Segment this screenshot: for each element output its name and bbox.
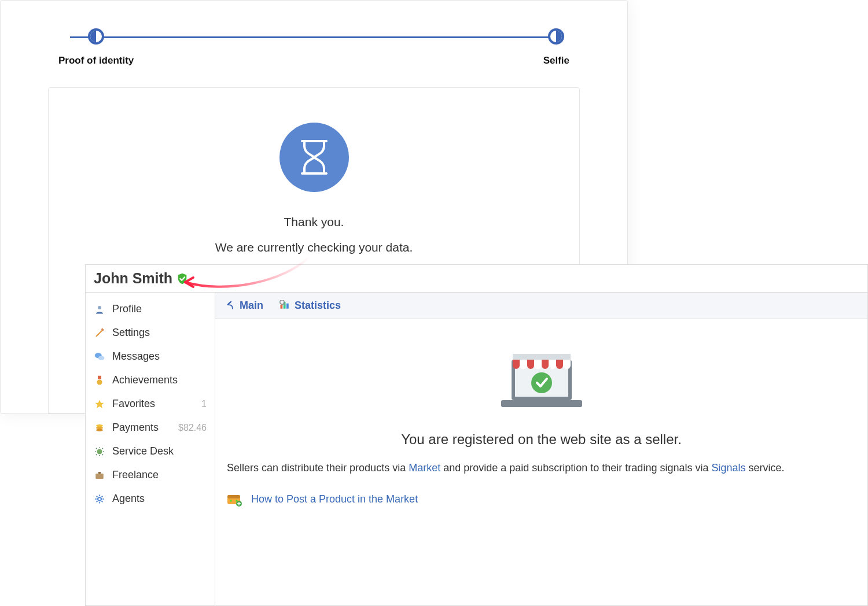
signals-link[interactable]: Signals <box>711 462 745 474</box>
sidebar-item-label: Messages <box>112 350 207 363</box>
tab-label: Statistics <box>295 300 341 312</box>
svg-rect-4 <box>98 375 101 379</box>
svg-rect-10 <box>95 474 104 479</box>
svg-rect-15 <box>286 303 289 308</box>
profile-header: John Smith <box>86 265 867 293</box>
tab-main[interactable]: Main <box>226 300 263 312</box>
pencil-icon <box>94 327 105 339</box>
svg-point-25 <box>230 500 231 501</box>
sidebar-item-messages[interactable]: Messages <box>86 345 215 368</box>
gear-icon <box>94 493 105 505</box>
howto-row: How to Post a Product in the Market <box>227 493 856 507</box>
seller-headline: You are registered on the web site as a … <box>227 431 856 448</box>
seller-text-segment: service. <box>746 462 785 474</box>
verified-shield-icon <box>176 272 189 285</box>
progress-steps: Proof of identity Selfie <box>58 28 569 66</box>
sidebar-item-freelance[interactable]: Freelance <box>86 463 215 487</box>
sidebar-item-profile[interactable]: Profile <box>86 297 215 321</box>
seller-content: You are registered on the web site as a … <box>215 319 867 507</box>
sidebar-item-settings[interactable]: Settings <box>86 321 215 345</box>
sidebar-item-label: Payments <box>112 422 171 434</box>
checking-text: We are currently checking your data. <box>49 241 579 254</box>
svg-point-0 <box>98 306 101 309</box>
chat-icon <box>94 351 105 363</box>
sidebar-item-label: Agents <box>112 493 207 505</box>
hourglass-icon <box>279 123 349 192</box>
back-arrow-icon <box>226 300 235 312</box>
sidebar-item-label: Favorites <box>112 398 194 410</box>
person-icon <box>94 304 105 315</box>
tab-label: Main <box>240 300 263 312</box>
store-illustration-icon <box>495 342 588 414</box>
sidebar-item-achievements[interactable]: Achievements <box>86 368 215 392</box>
svg-point-9 <box>97 449 102 454</box>
star-icon <box>94 398 105 410</box>
sidebar-item-meta: 1 <box>201 399 207 409</box>
sidebar-item-label: Service Desk <box>112 445 207 457</box>
profile-user-name: John Smith <box>94 270 172 287</box>
product-box-icon <box>227 493 243 507</box>
svg-rect-24 <box>227 495 240 498</box>
seller-text-segment: and provide a paid subscription to their… <box>440 462 711 474</box>
svg-rect-18 <box>501 400 582 407</box>
howto-post-product-link[interactable]: How to Post a Product in the Market <box>251 493 418 505</box>
sidebar-item-label: Achievements <box>112 374 207 386</box>
svg-rect-11 <box>98 472 101 474</box>
briefcase-icon <box>94 470 105 481</box>
svg-point-8 <box>96 428 103 431</box>
sidebar-item-label: Freelance <box>112 469 207 481</box>
sidebar-item-favorites[interactable]: Favorites 1 <box>86 392 215 416</box>
market-link[interactable]: Market <box>409 462 440 474</box>
step-selfie: Selfie <box>543 28 569 66</box>
bar-chart-icon <box>279 300 290 312</box>
step-label: Proof of identity <box>58 55 134 66</box>
sidebar-item-service-desk[interactable]: Service Desk <box>86 439 215 463</box>
seller-text-segment: Sellers can distribute their products vi… <box>227 462 409 474</box>
step-dot-icon <box>88 28 104 45</box>
tab-statistics[interactable]: Statistics <box>279 300 341 312</box>
coins-icon <box>94 422 105 434</box>
medal-icon <box>94 375 105 386</box>
svg-point-5 <box>97 379 102 385</box>
sidebar-item-label: Settings <box>112 327 207 339</box>
svg-rect-13 <box>281 305 283 309</box>
bug-icon <box>94 446 105 457</box>
svg-point-3 <box>98 356 105 360</box>
profile-panel: John Smith Profile Settings <box>85 264 868 606</box>
profile-tabs: Main Statistics <box>215 293 867 319</box>
step-proof-of-identity: Proof of identity <box>58 28 134 66</box>
sidebar-item-label: Profile <box>112 303 207 315</box>
sidebar-item-meta: $82.46 <box>178 423 207 433</box>
seller-description: Sellers can distribute their products vi… <box>227 460 856 476</box>
sidebar-item-payments[interactable]: Payments $82.46 <box>86 416 215 439</box>
profile-sidebar: Profile Settings Messages Achievements <box>86 293 215 605</box>
progress-row: Proof of identity Selfie <box>1 1 627 66</box>
sidebar-item-agents[interactable]: Agents <box>86 487 215 511</box>
thank-you-text: Thank you. <box>49 215 579 229</box>
step-dot-icon <box>548 28 564 45</box>
profile-main: Main Statistics <box>215 293 867 605</box>
svg-rect-21 <box>513 354 571 360</box>
step-label: Selfie <box>543 55 569 66</box>
svg-point-12 <box>98 497 101 501</box>
svg-point-22 <box>531 372 552 393</box>
